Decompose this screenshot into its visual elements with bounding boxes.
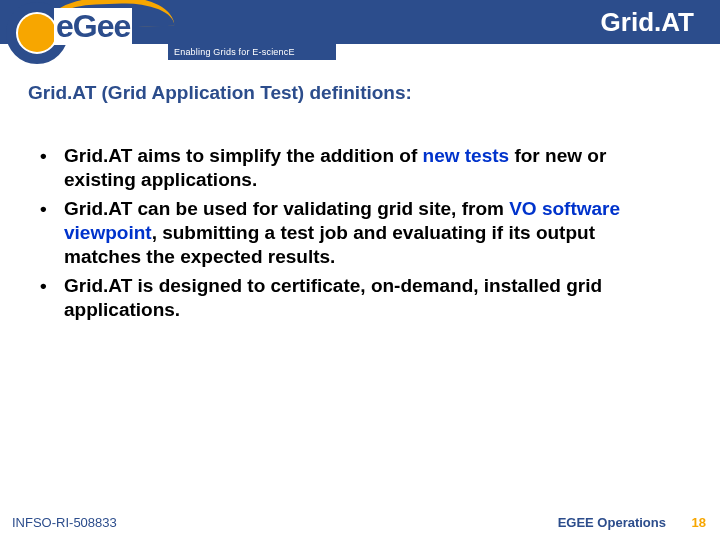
bullet-text-pre: Grid.AT aims to simplify the addition of [64,145,423,166]
page-number: 18 [692,515,706,530]
list-item: Grid.AT is designed to certificate, on-d… [38,274,676,323]
bullet-text-pre: Grid.AT is designed to certificate, on-d… [64,275,602,320]
tagline: Enabling Grids for E-sciencE [168,44,336,60]
logo-wordmark: eGee [54,8,132,45]
list-item: Grid.AT aims to simplify the addition of… [38,144,676,193]
logo-ring-inner [18,14,56,52]
egee-logo: eGee [6,0,166,66]
bullet-list: Grid.AT aims to simplify the addition of… [38,144,676,326]
slide-title: Grid.AT [601,7,694,38]
subtitle: Grid.AT (Grid Application Test) definiti… [28,82,412,104]
footer-reference: INFSO-RI-508833 [12,515,117,530]
bullet-text-pre: Grid.AT can be used for validating grid … [64,198,509,219]
bullet-link: new tests [423,145,510,166]
slide: Grid.AT Enabling Grids for E-sciencE eGe… [0,0,720,540]
footer-section: EGEE Operations [558,515,666,530]
list-item: Grid.AT can be used for validating grid … [38,197,676,270]
